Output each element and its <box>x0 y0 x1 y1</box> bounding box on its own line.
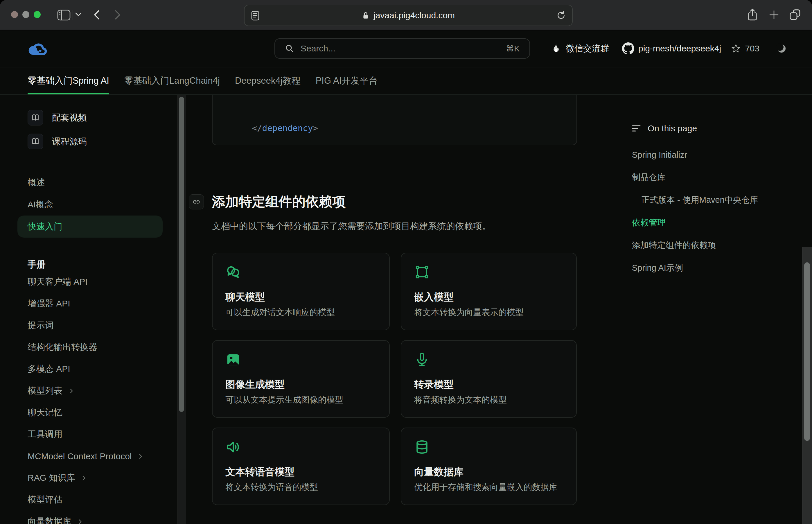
address-bar[interactable]: javaai.pig4cloud.com <box>244 5 573 26</box>
outline-list-icon <box>632 124 641 132</box>
sidebar-item-overview[interactable]: 概述 <box>17 171 163 194</box>
github-repo-link[interactable]: pig-mesh/deepseek4j <box>622 43 721 54</box>
sidebar-toggle-icon[interactable] <box>57 9 71 21</box>
page-scrollbar-thumb[interactable] <box>804 262 810 441</box>
sidebar-item-source-code[interactable]: 课程源码 <box>17 130 163 153</box>
card-desc: 将文本转换为向量表示的模型 <box>414 307 524 318</box>
chat-bubbles-icon <box>225 264 241 280</box>
tab-langchain4j[interactable]: 零基础入门LangChain4j <box>124 67 220 94</box>
sidebar-item-quickstart[interactable]: 快速入门 <box>17 215 163 238</box>
lock-icon <box>362 11 369 20</box>
search-input[interactable]: Search... ⌘K <box>275 38 530 59</box>
section-heading-row: 添加特定组件的依赖项 <box>189 193 346 211</box>
book-icon <box>28 134 43 149</box>
toolbar-divider <box>72 10 73 20</box>
reader-icon[interactable] <box>251 11 260 21</box>
card-desc: 将音频转换为文本的模型 <box>414 394 507 406</box>
browser-toolbar: javaai.pig4cloud.com <box>0 0 812 31</box>
flame-icon <box>551 43 562 54</box>
search-icon <box>285 44 294 53</box>
new-tab-icon[interactable] <box>769 10 779 20</box>
card-tts-model[interactable]: 文本转语音模型 将文本转换为语音的模型 <box>212 428 390 505</box>
sidebar-scrollbar-thumb[interactable] <box>179 97 184 412</box>
card-title: 嵌入模型 <box>414 291 454 304</box>
card-desc: 可以从文本提示生成图像的模型 <box>225 394 343 406</box>
wechat-group-label: 微信交流群 <box>566 43 609 54</box>
sidebar-item-mcp[interactable]: MCModel Context Protocol <box>17 445 163 467</box>
share-icon[interactable] <box>747 8 758 21</box>
section-heading: 添加特定组件的依赖项 <box>212 193 346 211</box>
sidebar-item-structured-output[interactable]: 结构化输出转换器 <box>17 337 163 358</box>
card-image-model[interactable]: 图像生成模型 可以从文本提示生成图像的模型 <box>212 340 390 418</box>
traffic-light-zoom[interactable] <box>34 11 41 18</box>
component-cards-grid: 聊天模型 可以生成对话文本响应的模型 嵌入模型 将文本转换为向量表示的模型 <box>212 253 577 505</box>
sidebar-item-multimodal-api[interactable]: 多模态 API <box>17 358 163 380</box>
site-logo-cloud-icon[interactable] <box>28 42 50 56</box>
microphone-icon <box>414 352 430 367</box>
sidebar-item-label: 课程源码 <box>52 136 87 148</box>
traffic-light-close[interactable] <box>11 11 18 18</box>
reload-icon[interactable] <box>557 11 566 20</box>
card-embedding-model[interactable]: 嵌入模型 将文本转换为向量表示的模型 <box>401 253 577 330</box>
wechat-group-link[interactable]: 微信交流群 <box>551 43 609 54</box>
forward-button-icon[interactable] <box>114 10 122 20</box>
sidebar-item-label: 向量数据库 <box>28 515 71 524</box>
screenshot-root: javaai.pig4cloud.com <box>0 0 812 524</box>
url-text: javaai.pig4cloud.com <box>374 11 455 20</box>
section-intro: 文档中的以下每个部分都显示了您需要添加到项目构建系统的依赖项。 <box>212 220 491 232</box>
toc-item-release-maven[interactable]: 正式版本 - 使用Maven中央仓库 <box>632 189 800 211</box>
sidebar-item-tool-calling[interactable]: 工具调用 <box>17 424 163 445</box>
sidebar-section-manual: 手册 <box>17 256 163 273</box>
sidebar-item-ai-concepts[interactable]: AI概念 <box>17 194 163 215</box>
chevron-right-icon <box>68 388 74 394</box>
card-title: 文本转语音模型 <box>225 465 295 479</box>
card-title: 向量数据库 <box>414 465 464 479</box>
toc-item-spring-initializr[interactable]: Spring Initializr <box>632 144 800 166</box>
sidebar-item-prompts[interactable]: 提示词 <box>17 315 163 337</box>
theme-toggle-moon-icon[interactable] <box>776 43 787 54</box>
toc-item-add-component-deps[interactable]: 添加特定组件的依赖项 <box>632 234 800 257</box>
card-desc: 将文本转换为语音的模型 <box>225 481 318 493</box>
image-icon <box>225 352 241 367</box>
sidebar-item-chat-client-api[interactable]: 聊天客户端 API <box>17 271 163 293</box>
card-title: 转录模型 <box>414 378 454 391</box>
card-chat-model[interactable]: 聊天模型 可以生成对话文本响应的模型 <box>212 253 390 330</box>
card-title: 聊天模型 <box>225 291 265 304</box>
card-transcription-model[interactable]: 转录模型 将音频转换为文本的模型 <box>401 340 577 418</box>
toc-item-spring-ai-samples[interactable]: Spring AI示例 <box>632 257 800 279</box>
github-repo-name: pig-mesh/deepseek4j <box>638 44 721 53</box>
traffic-light-minimize[interactable] <box>22 11 29 18</box>
tab-pig-ai[interactable]: PIG AI开发平台 <box>316 67 378 94</box>
star-count: 703 <box>745 44 759 53</box>
sidebar: 配套视频 课程源码 概述 AI概念 快速入门 手册 聊天客户端 API 增强器 … <box>17 106 163 524</box>
github-stars[interactable]: 703 <box>731 44 759 53</box>
toc-item-dependency-management[interactable]: 依赖管理 <box>632 211 800 234</box>
sidebar-item-model-list[interactable]: 模型列表 <box>17 380 163 402</box>
tab-deepseek4j[interactable]: Deepseek4j教程 <box>235 67 301 94</box>
vector-square-icon <box>414 264 430 280</box>
code-block: </dependency> </dependencies> </dependen… <box>212 95 577 145</box>
anchor-link-icon[interactable] <box>189 194 204 209</box>
code-block-clip: </dependency> </dependencies> </dependen… <box>212 95 577 146</box>
toc-item-artifact-repo[interactable]: 制品仓库 <box>632 166 800 189</box>
back-button-icon[interactable] <box>92 10 100 20</box>
browser-window: javaai.pig4cloud.com <box>0 0 812 524</box>
sidebar-item-videos[interactable]: 配套视频 <box>17 106 163 130</box>
tab-spring-ai[interactable]: 零基础入门Spring AI <box>28 67 109 94</box>
toc-header: On this page <box>632 120 800 136</box>
chevron-down-icon[interactable] <box>75 12 82 17</box>
code-line: </dependency> <box>232 121 577 135</box>
tab-overview-icon[interactable] <box>789 9 801 21</box>
sidebar-item-label: 配套视频 <box>52 112 87 124</box>
sidebar-item-rag[interactable]: RAG 知识库 <box>17 467 163 489</box>
sidebar-item-model-eval[interactable]: 模型评估 <box>17 489 163 511</box>
star-icon <box>731 44 741 53</box>
card-desc: 优化用于存储和搜索向量嵌入的数据库 <box>414 481 557 493</box>
card-vector-database[interactable]: 向量数据库 优化用于存储和搜索向量嵌入的数据库 <box>401 428 577 505</box>
sidebar-item-advisor-api[interactable]: 增强器 API <box>17 293 163 315</box>
sidebar-item-chat-memory[interactable]: 聊天记忆 <box>17 402 163 424</box>
header-actions: 微信交流群 pig-mesh/deepseek4j 703 <box>551 38 787 59</box>
github-icon <box>622 43 634 54</box>
speaker-icon <box>225 439 241 455</box>
sidebar-item-vector-db[interactable]: 向量数据库 <box>17 511 163 524</box>
